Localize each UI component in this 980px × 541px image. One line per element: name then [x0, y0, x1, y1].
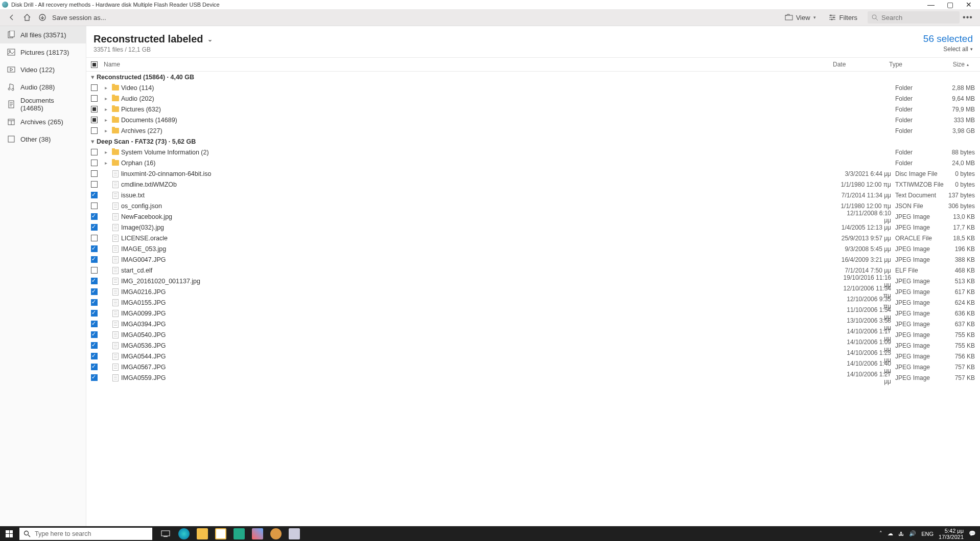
select-all-checkbox[interactable]	[91, 61, 98, 68]
expand-icon[interactable]: ▸	[102, 106, 110, 112]
search-box[interactable]	[868, 11, 960, 24]
row-checkbox[interactable]	[91, 267, 98, 274]
row-checkbox[interactable]	[91, 160, 98, 166]
app-icon-1[interactable]	[248, 526, 267, 541]
back-button[interactable]	[4, 10, 19, 25]
app-icon-3[interactable]	[285, 526, 304, 541]
search-input[interactable]	[881, 14, 955, 21]
onedrive-icon[interactable]: ☁	[888, 530, 893, 537]
row-checkbox[interactable]	[91, 374, 98, 381]
table-row[interactable]: ▸Video (114) Folder 2,88 MB	[86, 82, 980, 93]
group-header[interactable]: ▾Reconstructed (15864) · 4,40 GB	[86, 72, 980, 82]
row-checkbox[interactable]	[91, 256, 98, 263]
sidebar-item-audio[interactable]: Audio (288)	[0, 78, 86, 96]
row-checkbox[interactable]	[91, 331, 98, 338]
more-menu-button[interactable]: •••	[960, 13, 976, 22]
table-row[interactable]: ▸Archives (227) Folder 3,98 GB	[86, 125, 980, 136]
save-session-icon[interactable]	[35, 10, 50, 25]
expand-icon[interactable]: ▸	[102, 117, 110, 123]
column-date[interactable]: Date	[833, 61, 889, 68]
column-name[interactable]: Name	[102, 61, 833, 68]
maximize-button[interactable]: ▢	[947, 1, 953, 9]
home-button[interactable]	[19, 10, 35, 25]
file-list[interactable]: ▾Reconstructed (15864) · 4,40 GB ▸Video …	[86, 72, 980, 526]
table-row[interactable]: IMAGE_053.jpg 9/3/2008 5:45 μμ JPEG Imag…	[86, 243, 980, 254]
view-dropdown[interactable]: View ▾	[779, 14, 822, 21]
view-title-dropdown[interactable]: Reconstructed labeled ⌄	[94, 33, 213, 45]
table-row[interactable]: issue.txt 7/1/2014 11:34 μμ Text Documen…	[86, 190, 980, 200]
row-checkbox[interactable]	[91, 170, 98, 177]
app-icon-2[interactable]	[267, 526, 285, 541]
filters-button[interactable]: Filters	[822, 14, 864, 21]
row-checkbox[interactable]	[91, 84, 98, 91]
sidebar-item-files[interactable]: All files (33571)	[0, 26, 86, 43]
table-row[interactable]: ▸Pictures (632) Folder 79,9 MB	[86, 104, 980, 115]
row-checkbox[interactable]	[91, 235, 98, 241]
minimize-button[interactable]: —	[927, 1, 935, 9]
table-row[interactable]: IMAG0047.JPG 16/4/2009 3:21 μμ JPEG Imag…	[86, 254, 980, 265]
start-button[interactable]	[0, 526, 18, 541]
row-checkbox[interactable]	[91, 181, 98, 188]
row-checkbox[interactable]	[91, 278, 98, 284]
network-icon[interactable]: 🖧	[898, 531, 904, 537]
expand-icon[interactable]: ▸	[102, 149, 110, 155]
collapse-icon[interactable]: ▾	[88, 73, 97, 81]
row-checkbox[interactable]	[91, 224, 98, 231]
clock[interactable]: 5:42 μμ 17/3/2021	[939, 528, 964, 540]
task-view-button[interactable]	[156, 526, 175, 541]
expand-icon[interactable]: ▸	[102, 128, 110, 133]
column-size[interactable]: Size▴	[938, 61, 974, 68]
store-icon[interactable]	[212, 526, 230, 541]
table-row[interactable]: cmdline.txtiWMZOb 1/1/1980 12:00 πμ TXTI…	[86, 179, 980, 190]
row-checkbox[interactable]	[91, 321, 98, 327]
row-checkbox[interactable]	[91, 310, 98, 317]
row-checkbox[interactable]	[91, 364, 98, 370]
expand-icon[interactable]: ▸	[102, 96, 110, 101]
taskbar-search[interactable]: Type here to search	[19, 528, 152, 540]
sidebar-item-documents[interactable]: Documents (14685)	[0, 96, 86, 113]
group-header[interactable]: ▾Deep Scan - FAT32 (73) · 5,62 GB	[86, 136, 980, 147]
file-name: IMGA0567.JPG	[121, 364, 166, 371]
select-all-dropdown[interactable]: Select all ▾	[923, 46, 973, 53]
row-checkbox[interactable]	[91, 127, 98, 134]
row-checkbox[interactable]	[91, 288, 98, 295]
expand-icon[interactable]: ▸	[102, 85, 110, 91]
row-checkbox[interactable]	[91, 245, 98, 252]
row-checkbox[interactable]	[91, 149, 98, 155]
column-type[interactable]: Type	[889, 61, 938, 68]
tray-expand-icon[interactable]: ˄	[879, 530, 882, 537]
expand-icon[interactable]: ▸	[102, 160, 110, 166]
mail-icon[interactable]	[230, 526, 248, 541]
row-checkbox[interactable]	[91, 353, 98, 359]
sidebar-item-other[interactable]: Other (38)	[0, 130, 86, 148]
collapse-icon[interactable]: ▾	[88, 138, 97, 145]
table-row[interactable]: IMGA0559.JPG 14/10/2006 1:27 μμ JPEG Ima…	[86, 372, 980, 383]
row-checkbox[interactable]	[91, 202, 98, 209]
row-checkbox[interactable]	[91, 106, 98, 112]
table-row[interactable]: ▸Orphan (16) Folder 24,0 MB	[86, 157, 980, 168]
row-checkbox[interactable]	[91, 342, 98, 349]
notifications-icon[interactable]: 💬	[969, 530, 976, 537]
table-row[interactable]: linuxmint-20-cinnamon-64bit.iso 3/3/2021…	[86, 168, 980, 179]
table-row[interactable]: ▸Documents (14689) Folder 333 MB	[86, 115, 980, 125]
sidebar-item-archives[interactable]: Archives (265)	[0, 113, 86, 130]
table-row[interactable]: ▸System Volume Information (2) Folder 88…	[86, 147, 980, 157]
table-row[interactable]: LICENSE.oracle 25/9/2013 9:57 μμ ORACLE …	[86, 233, 980, 243]
save-session-button[interactable]: Save session as...	[52, 14, 106, 21]
file-explorer-icon[interactable]	[193, 526, 212, 541]
close-button[interactable]: ✕	[966, 1, 972, 9]
row-checkbox[interactable]	[91, 95, 98, 102]
row-checkbox[interactable]	[91, 213, 98, 220]
sidebar-item-video[interactable]: Video (122)	[0, 61, 86, 78]
language-indicator[interactable]: ENG	[921, 531, 934, 537]
table-row[interactable]: Image(032).jpg 1/4/2005 12:13 μμ JPEG Im…	[86, 222, 980, 233]
edge-icon[interactable]	[175, 526, 193, 541]
table-row[interactable]: NewFacebook.jpg 12/11/2008 6:10 μμ JPEG …	[86, 211, 980, 222]
sidebar-item-pictures[interactable]: Pictures (18173)	[0, 43, 86, 61]
row-checkbox[interactable]	[91, 117, 98, 123]
table-row[interactable]: ▸Audio (202) Folder 9,64 MB	[86, 93, 980, 104]
row-checkbox[interactable]	[91, 299, 98, 306]
volume-icon[interactable]: 🔊	[909, 530, 916, 537]
row-checkbox[interactable]	[91, 192, 98, 198]
sidebar-item-label: Documents (14685)	[20, 97, 79, 112]
